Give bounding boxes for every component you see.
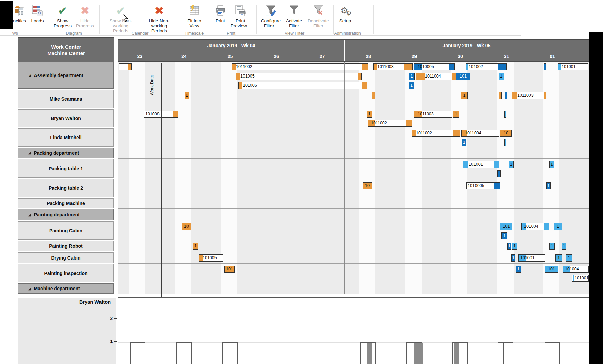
day-header: 24 [161, 51, 207, 61]
operation-bar[interactable]: 10 [182, 223, 191, 230]
operation-bar[interactable]: 101004 [563, 266, 589, 273]
operation-bar-label: 1 [185, 92, 189, 98]
week-header: January 2019 - Wk 05 [344, 40, 589, 51]
operation-bar[interactable]: 1 [501, 232, 507, 239]
operation-bar[interactable]: 1011003 [373, 63, 413, 70]
row-label-packing-department[interactable]: ◢Packing department [18, 148, 114, 158]
operation-bar[interactable]: 1010005 [414, 63, 455, 70]
operation-bar[interactable] [372, 92, 375, 99]
operation-bar[interactable]: 101001 [572, 275, 589, 282]
working-time-stripe [405, 147, 422, 158]
operation-bar[interactable]: 101001 [463, 161, 499, 168]
row-label-packing-table-2[interactable]: Packing table 2 [18, 179, 114, 197]
operation-bar[interactable] [119, 63, 132, 70]
operation-bar[interactable]: 101001 [558, 63, 588, 70]
operation-bar[interactable]: 1010005 [466, 182, 500, 189]
operation-bar[interactable]: 1 [509, 161, 514, 168]
working-time-stripe [405, 198, 422, 208]
operation-bar[interactable]: 1 [566, 254, 572, 262]
row-label-packing-table-1[interactable]: Packing table 1 [18, 159, 114, 178]
operation-bar[interactable]: 1011003 [414, 111, 452, 118]
operation-bar[interactable]: 1 [462, 139, 466, 146]
operation-bar-label: 10 [182, 223, 191, 229]
operation-bar[interactable]: 1 [546, 182, 551, 189]
operation-bar[interactable]: 101002 [466, 63, 507, 70]
working-time-stripe [405, 159, 422, 178]
operation-bar[interactable] [505, 92, 507, 99]
operation-bar[interactable]: 10 [500, 130, 512, 137]
operation-bar-label: 101006 [239, 82, 367, 88]
row-label-bryan-walton[interactable]: Bryan Walton [18, 109, 114, 127]
row-label-assembly-department[interactable]: ◢Assembly department [18, 62, 114, 89]
operation-bar[interactable]: 1 [511, 254, 515, 262]
collapse-triangle-icon[interactable]: ◢ [28, 286, 31, 291]
row-label-linda-mitchell[interactable]: Linda Mitchell [18, 128, 114, 147]
operation-bar[interactable]: 1 [516, 266, 521, 273]
operation-bar[interactable]: 101 [456, 73, 470, 80]
operation-bar[interactable]: 1 [185, 92, 189, 99]
row-label-painting-cabin[interactable]: Painting Cabin [18, 221, 114, 240]
row-label-drying-cabin[interactable]: Drying Cabin [18, 252, 114, 263]
operation-bar-label: 1011003 [374, 64, 412, 69]
row-label-packing-machine[interactable]: Packing Machine [18, 198, 114, 208]
working-time-stripe [175, 240, 191, 252]
operation-bar[interactable]: 1011004 [461, 130, 499, 137]
row-label-machine-department[interactable]: ◢Machine department [18, 283, 114, 294]
operation-bar[interactable]: 1 [409, 82, 414, 89]
operation-bar[interactable]: 1 [499, 73, 504, 80]
working-time-stripe [497, 264, 514, 283]
working-time-stripe [175, 264, 191, 283]
timescale-header: January 2019 - Wk 04January 2019 - Wk 05… [118, 39, 589, 62]
day-header: 23 [118, 51, 161, 61]
operation-bar[interactable]: 1011002 [368, 120, 412, 127]
row-label-painting-robot[interactable]: Painting Robot [18, 241, 114, 251]
capacity-bar [498, 342, 504, 364]
operation-bar[interactable]: 1 [549, 161, 554, 168]
operation-bar[interactable]: 101004 [521, 223, 549, 230]
working-time-stripe [129, 128, 145, 147]
operation-bar[interactable] [497, 170, 501, 177]
operation-bar[interactable] [504, 139, 506, 146]
operation-bar[interactable]: 10 [363, 182, 372, 189]
capacity-bar [504, 342, 513, 364]
working-time-stripe [543, 128, 559, 147]
operation-bar[interactable]: 1011004 [416, 73, 456, 80]
operation-bar[interactable]: 101 [224, 266, 235, 273]
operation-bar[interactable] [372, 130, 372, 137]
operation-bar[interactable]: 1 [562, 243, 566, 250]
operation-bar[interactable]: 1011002 [412, 130, 460, 137]
operation-bar-label: 101001 [572, 275, 588, 280]
operation-bar[interactable]: 101005 [199, 254, 223, 262]
operation-bar[interactable]: 1 [512, 243, 517, 250]
day-header: 29 [391, 51, 437, 61]
operation-bar[interactable]: 1 [507, 243, 511, 250]
collapse-triangle-icon[interactable]: ◢ [28, 151, 31, 155]
row-label-painting-inspection[interactable]: Painting inspection [18, 264, 114, 282]
day-header [575, 51, 589, 61]
row-label-mike-seamans[interactable]: Mike Seamans [18, 90, 114, 108]
operation-bar[interactable]: 1 [461, 92, 468, 99]
operation-bar[interactable]: 101001 [518, 254, 545, 262]
working-time-stripe [497, 283, 514, 294]
operation-bar-label: 101002 [466, 64, 506, 69]
operation-bar[interactable]: 1 [555, 254, 562, 262]
operation-bar[interactable]: 101 [545, 266, 558, 273]
operation-bar[interactable]: 1 [193, 243, 198, 250]
operation-bar-label: 1011004 [416, 73, 456, 79]
row-label-painting-department[interactable]: ◢Painting department [18, 209, 114, 220]
operation-bar[interactable]: 1 [549, 243, 555, 250]
operation-bar[interactable]: 1 [409, 73, 415, 80]
operation-bar[interactable]: 101 [500, 223, 512, 230]
operation-bar[interactable]: 1011002 [232, 63, 368, 70]
operation-bar[interactable]: 1 [367, 111, 372, 118]
collapse-triangle-icon[interactable]: ◢ [28, 73, 31, 78]
operation-bar[interactable]: 1 [554, 223, 562, 230]
operation-bar[interactable] [544, 63, 546, 70]
operation-bar[interactable]: 1 [453, 111, 459, 118]
working-time-stripe [359, 240, 375, 252]
operation-bar[interactable]: 101005 [236, 73, 362, 80]
operation-bar[interactable] [499, 92, 502, 99]
collapse-triangle-icon[interactable]: ◢ [28, 213, 31, 217]
operation-bar[interactable]: 101006 [238, 82, 367, 89]
operation-bar[interactable] [504, 111, 506, 118]
